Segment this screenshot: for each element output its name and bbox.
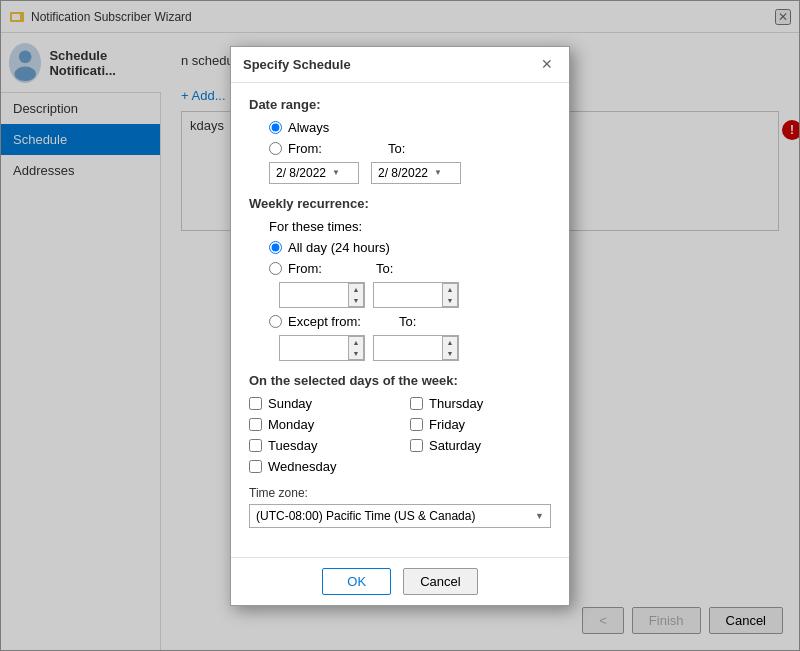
- from-to-radio[interactable]: [269, 142, 282, 155]
- except-to-time-input[interactable]: 1:52 AM: [374, 339, 442, 357]
- all-day-label: All day (24 hours): [288, 240, 390, 255]
- to-date-picker[interactable]: 2/ 8/2022: [371, 162, 461, 184]
- always-radio-row: Always: [269, 120, 551, 135]
- days-grid: Sunday Thursday Monday Friday: [249, 396, 551, 474]
- monday-label: Monday: [268, 417, 314, 432]
- friday-checkbox[interactable]: [410, 418, 423, 431]
- from-time-row: 1:52 AM ▲ ▼ 1:52 AM ▲ ▼: [279, 282, 551, 308]
- always-radio[interactable]: [269, 121, 282, 134]
- from-time-label: From:: [288, 261, 322, 276]
- from-date-picker[interactable]: 2/ 8/2022: [269, 162, 359, 184]
- dialog-footer: OK Cancel: [231, 557, 569, 605]
- dialog-overlay: Specify Schedule ✕ Date range: Always Fr…: [0, 0, 800, 651]
- except-to-spinner: ▲ ▼: [442, 336, 458, 360]
- friday-row: Friday: [410, 417, 551, 432]
- saturday-row: Saturday: [410, 438, 551, 453]
- to-date-label: To:: [388, 141, 405, 156]
- tuesday-label: Tuesday: [268, 438, 317, 453]
- timezone-value: (UTC-08:00) Pacific Time (US & Canada): [256, 509, 475, 523]
- timezone-label: Time zone:: [249, 486, 551, 500]
- always-label: Always: [288, 120, 329, 135]
- all-day-radio-row: All day (24 hours): [269, 240, 551, 255]
- date-pickers-row: 2/ 8/2022 2/ 8/2022: [269, 162, 551, 184]
- thursday-checkbox[interactable]: [410, 397, 423, 410]
- from-to-radio-row: From: To:: [269, 141, 551, 156]
- from-time-spinner: ▲ ▼: [348, 283, 364, 307]
- to-time-input[interactable]: 1:52 AM: [374, 286, 442, 304]
- except-from-down[interactable]: ▼: [349, 348, 363, 359]
- wednesday-checkbox[interactable]: [249, 460, 262, 473]
- sunday-checkbox[interactable]: [249, 397, 262, 410]
- wednesday-label: Wednesday: [268, 459, 336, 474]
- friday-label: Friday: [429, 417, 465, 432]
- tuesday-checkbox[interactable]: [249, 439, 262, 452]
- tuesday-row: Tuesday: [249, 438, 390, 453]
- all-day-radio[interactable]: [269, 241, 282, 254]
- days-of-week-section: On the selected days of the week: Sunday…: [249, 373, 551, 474]
- dialog-titlebar: Specify Schedule ✕: [231, 47, 569, 83]
- wednesday-row: Wednesday: [249, 459, 390, 474]
- except-time-row: 1:52 AM ▲ ▼ 1:52 AM ▲ ▼: [279, 335, 551, 361]
- except-to-time-field-wrap: 1:52 AM ▲ ▼: [373, 335, 459, 361]
- except-from-time-field-wrap: 1:52 AM ▲ ▼: [279, 335, 365, 361]
- sunday-label: Sunday: [268, 396, 312, 411]
- to-time-label: To:: [376, 261, 393, 276]
- dialog-title: Specify Schedule: [243, 57, 351, 72]
- except-to-up[interactable]: ▲: [443, 337, 457, 348]
- sunday-row: Sunday: [249, 396, 390, 411]
- to-time-up[interactable]: ▲: [443, 284, 457, 295]
- thursday-label: Thursday: [429, 396, 483, 411]
- from-label: From:: [288, 141, 322, 156]
- date-range-section: Date range: Always From: To: 2/ 8/2022 2…: [249, 97, 551, 184]
- from-time-up[interactable]: ▲: [349, 284, 363, 295]
- except-to-down[interactable]: ▼: [443, 348, 457, 359]
- days-of-week-label: On the selected days of the week:: [249, 373, 551, 388]
- thursday-row: Thursday: [410, 396, 551, 411]
- to-time-spinner: ▲ ▼: [442, 283, 458, 307]
- except-from-radio-row: Except from: To:: [269, 314, 551, 329]
- ok-button[interactable]: OK: [322, 568, 391, 595]
- dialog-cancel-button[interactable]: Cancel: [403, 568, 477, 595]
- dialog-close-button[interactable]: ✕: [537, 54, 557, 74]
- except-from-label: Except from:: [288, 314, 361, 329]
- date-range-label: Date range:: [249, 97, 551, 112]
- from-time-input[interactable]: 1:52 AM: [280, 286, 348, 304]
- to-time-down[interactable]: ▼: [443, 295, 457, 306]
- except-from-radio[interactable]: [269, 315, 282, 328]
- from-time-radio-row: From: To:: [269, 261, 551, 276]
- weekly-recurrence-section: Weekly recurrence: For these times: All …: [249, 196, 551, 361]
- timezone-select[interactable]: (UTC-08:00) Pacific Time (US & Canada): [249, 504, 551, 528]
- saturday-label: Saturday: [429, 438, 481, 453]
- except-from-up[interactable]: ▲: [349, 337, 363, 348]
- from-time-field-wrap: 1:52 AM ▲ ▼: [279, 282, 365, 308]
- from-time-down[interactable]: ▼: [349, 295, 363, 306]
- weekly-recurrence-label: Weekly recurrence:: [249, 196, 551, 211]
- monday-checkbox[interactable]: [249, 418, 262, 431]
- saturday-checkbox[interactable]: [410, 439, 423, 452]
- for-these-times-label: For these times:: [269, 219, 551, 234]
- monday-row: Monday: [249, 417, 390, 432]
- timezone-section: Time zone: (UTC-08:00) Pacific Time (US …: [249, 486, 551, 528]
- except-to-label: To:: [399, 314, 416, 329]
- except-from-time-input[interactable]: 1:52 AM: [280, 339, 348, 357]
- specify-schedule-dialog: Specify Schedule ✕ Date range: Always Fr…: [230, 46, 570, 606]
- dialog-content: Date range: Always From: To: 2/ 8/2022 2…: [231, 83, 569, 557]
- from-time-radio[interactable]: [269, 262, 282, 275]
- to-time-field-wrap: 1:52 AM ▲ ▼: [373, 282, 459, 308]
- except-from-spinner: ▲ ▼: [348, 336, 364, 360]
